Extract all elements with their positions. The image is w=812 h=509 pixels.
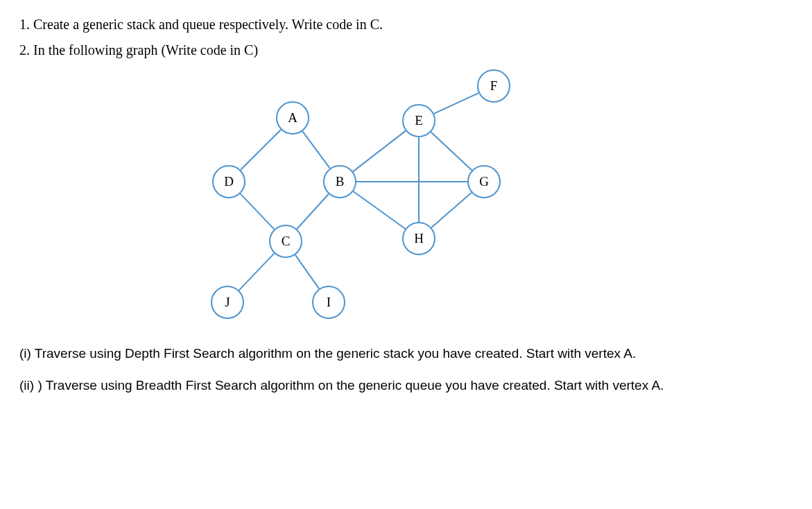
graph-node-H: H xyxy=(402,222,435,255)
graph-node-I: I xyxy=(312,286,345,319)
edge-C-I xyxy=(295,255,319,289)
edge-E-G xyxy=(431,132,472,170)
question-1-text: 1. Create a generic stack and queue resp… xyxy=(19,17,793,33)
edge-H-G xyxy=(431,193,472,227)
edge-C-B xyxy=(297,194,329,229)
graph-node-B: B xyxy=(323,165,356,198)
edge-E-F xyxy=(434,93,478,114)
graph-node-C: C xyxy=(269,225,302,258)
graph-node-D: D xyxy=(212,165,245,198)
graph-node-E: E xyxy=(402,104,435,137)
question-2-text: 2. In the following graph (Write code in… xyxy=(19,42,793,58)
edge-B-E xyxy=(353,131,406,172)
edge-B-H xyxy=(353,191,405,229)
graph-node-G: G xyxy=(467,165,501,198)
edge-A-B xyxy=(302,131,329,168)
edge-A-D xyxy=(241,130,281,170)
graph-figure: AEFDBGCHJI xyxy=(158,68,519,331)
sub-question-i: (i) Traverse using Depth First Search al… xyxy=(19,344,793,363)
edge-D-C xyxy=(241,193,275,229)
graph-node-A: A xyxy=(276,101,309,135)
sub-question-ii: (ii) ) Traverse using Breadth First Sear… xyxy=(19,376,793,395)
graph-node-F: F xyxy=(477,69,510,103)
graph-node-J: J xyxy=(211,286,244,319)
edge-C-J xyxy=(239,253,275,290)
